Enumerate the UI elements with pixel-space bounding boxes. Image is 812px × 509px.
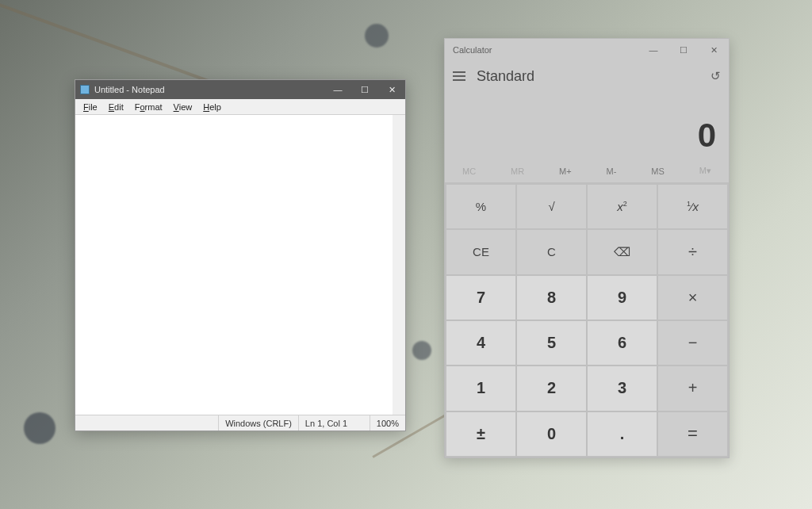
wallpaper-decoration [412,341,431,360]
menu-edit[interactable]: Edit [104,101,128,113]
memory-subtract[interactable]: M- [602,163,622,179]
scroll-down-icon[interactable]: ▾ [393,404,404,415]
calculator-display: 0 [445,91,729,159]
menu-format[interactable]: Format [130,101,167,113]
memory-store[interactable]: MS [646,163,669,179]
history-icon[interactable]: ↺ [710,69,721,83]
memory-list[interactable]: M▾ [695,163,716,179]
calculator-header: Standard ↺ [445,61,729,91]
close-button[interactable]: ✕ [699,39,729,61]
key-8[interactable]: 8 [517,276,586,320]
notepad-title: Untitled - Notepad [94,85,324,94]
key-reciprocal[interactable]: 1⁄x [658,185,727,228]
wallpaper-decoration [365,24,389,48]
key-reciprocal-label: 1⁄x [687,200,699,213]
notepad-window[interactable]: Untitled - Notepad — ☐ ✕ File Edit Forma… [75,79,406,431]
key-sqrt[interactable]: √ [517,185,586,228]
hamburger-icon[interactable] [453,71,465,81]
key-negate[interactable]: ± [446,412,515,456]
key-add[interactable]: + [658,366,727,410]
key-equals[interactable]: = [658,412,727,456]
status-position: Ln 1, Col 1 [298,415,370,431]
notepad-statusbar: Windows (CRLF) Ln 1, Col 1 100% [75,415,405,431]
key-percent[interactable]: % [446,185,515,228]
key-0[interactable]: 0 [517,412,586,456]
calculator-mode: Standard [477,68,699,85]
notepad-textarea[interactable]: ▴ ▾ [75,115,405,415]
memory-add[interactable]: M+ [554,163,576,179]
status-zoom: 100% [370,415,405,431]
menu-view[interactable]: View [169,101,197,113]
minimize-button[interactable]: — [638,39,668,61]
key-square[interactable]: x2 [588,185,657,228]
notepad-titlebar[interactable]: Untitled - Notepad — ☐ ✕ [75,80,405,99]
key-decimal[interactable]: . [588,412,657,456]
memory-recall[interactable]: MR [506,163,529,179]
key-subtract[interactable]: − [658,321,727,365]
calculator-keypad: % √ x2 1⁄x CE C ⌫ ÷ 7 8 9 × 4 5 6 − 1 2 … [445,183,729,457]
maximize-button[interactable]: ☐ [668,39,699,61]
wallpaper-decoration [24,412,56,444]
key-2[interactable]: 2 [517,366,586,410]
status-encoding: Windows (CRLF) [218,415,298,431]
key-6[interactable]: 6 [588,321,657,365]
calculator-memory-row: MC MR M+ M- MS M▾ [445,159,729,183]
key-backspace[interactable]: ⌫ [588,230,657,274]
scroll-up-icon[interactable]: ▴ [393,115,404,126]
memory-clear[interactable]: MC [458,163,481,179]
calculator-titlebar[interactable]: Calculator — ☐ ✕ [445,39,729,61]
minimize-button[interactable]: — [324,80,351,99]
key-c[interactable]: C [517,230,586,274]
notepad-menubar: File Edit Format View Help [75,99,405,115]
calculator-title: Calculator [453,45,638,55]
notepad-icon [80,85,90,94]
key-5[interactable]: 5 [517,321,586,365]
key-ce[interactable]: CE [446,230,515,274]
close-button[interactable]: ✕ [378,80,405,99]
key-multiply[interactable]: × [658,276,727,320]
menu-file[interactable]: File [79,101,102,113]
maximize-button[interactable]: ☐ [351,80,378,99]
key-7[interactable]: 7 [446,276,515,320]
key-1[interactable]: 1 [446,366,515,410]
key-square-label: x2 [617,200,627,213]
key-9[interactable]: 9 [588,276,657,320]
menu-help[interactable]: Help [198,101,226,113]
key-3[interactable]: 3 [588,366,657,410]
calculator-window[interactable]: Calculator — ☐ ✕ Standard ↺ 0 MC MR M+ M… [444,38,730,458]
key-4[interactable]: 4 [446,321,515,365]
key-divide[interactable]: ÷ [658,230,727,274]
